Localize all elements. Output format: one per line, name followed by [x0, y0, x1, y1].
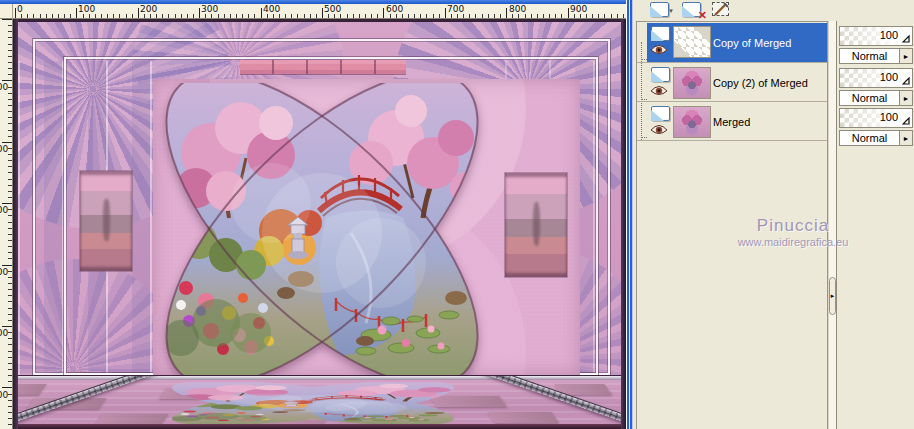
blend-mode-select[interactable]: Normal ► — [839, 130, 913, 146]
visibility-eye-icon[interactable] — [650, 44, 668, 56]
layer-thumbnail[interactable] — [673, 67, 711, 99]
blend-mode-value: Normal — [840, 50, 899, 62]
canvas-border-top — [13, 19, 626, 22]
floor-tile — [487, 412, 559, 423]
palette-splitter[interactable]: ► — [828, 21, 837, 429]
splitter-handle[interactable]: ► — [829, 277, 836, 315]
psp-workspace: 0 100 200 300 400 500 600 700 800 900 10… — [0, 0, 914, 429]
layer-name: Copy of Merged — [713, 23, 791, 62]
layer-page-icon — [651, 106, 670, 121]
opacity-slider-handle[interactable] — [902, 35, 910, 43]
ruler-major-ticks — [2, 19, 12, 429]
floor-edge — [13, 424, 626, 429]
expand-arrow-icon: ► — [830, 293, 836, 299]
opacity-value: 100 — [880, 111, 898, 123]
v-ruler-label: 100 — [0, 82, 11, 92]
blend-mode-arrow-icon[interactable]: ► — [899, 91, 912, 105]
h-ruler-label: 200 — [140, 4, 157, 14]
layer-name: Copy (2) of Merged — [713, 64, 808, 102]
opacity-slider[interactable]: 100 — [839, 68, 913, 88]
visibility-eye-icon[interactable] — [650, 124, 668, 136]
v-ruler-label: 500 — [0, 328, 11, 338]
layer-row-copy-of-merged[interactable]: Copy of Merged — [647, 23, 827, 62]
chevron-down-icon: ▼ — [668, 8, 674, 14]
layer-link-bracket — [641, 42, 642, 140]
delete-layer-button[interactable]: ✕ — [678, 2, 704, 19]
v-ruler-label: 0 — [0, 21, 11, 31]
h-ruler-label: 700 — [447, 4, 464, 14]
h-ruler-label: 0 — [17, 4, 23, 14]
canvas[interactable] — [13, 19, 626, 429]
blend-mode-value: Normal — [840, 132, 899, 144]
row-separator — [637, 101, 827, 102]
blend-mode-value: Normal — [840, 92, 899, 104]
canvas-border-left — [13, 19, 18, 429]
blend-mode-select[interactable]: Normal ► — [839, 48, 913, 64]
vertical-ruler: 0 100 200 300 400 500 600 — [0, 19, 13, 429]
v-ruler-label: 200 — [0, 144, 11, 154]
edit-selection-icon — [712, 2, 729, 16]
layers-palette: ▼ ✕ — [633, 0, 914, 429]
image-window-border — [626, 0, 633, 429]
top-tile-strip — [240, 60, 406, 74]
butterfly-garden-image — [151, 83, 493, 375]
layer-page-icon — [651, 67, 670, 82]
blend-mode-arrow-icon[interactable]: ► — [899, 131, 912, 145]
layer-thumbnail[interactable] — [673, 106, 711, 138]
v-ruler-label: 600 — [0, 390, 11, 400]
layer-page-icon — [651, 26, 670, 41]
h-ruler-label: 100 — [78, 4, 95, 14]
horizontal-ruler: 0 100 200 300 400 500 600 700 800 900 10… — [13, 4, 630, 19]
floor-trim — [13, 376, 626, 380]
h-ruler-label: 800 — [509, 4, 526, 14]
wall-picture-left — [80, 171, 132, 271]
opacity-slider[interactable]: 100 — [839, 26, 913, 46]
new-layer-button[interactable]: ▼ — [645, 2, 673, 19]
blend-mode-select[interactable]: Normal ► — [839, 90, 913, 106]
opacity-value: 100 — [880, 29, 898, 41]
opacity-slider[interactable]: 100 — [839, 108, 913, 128]
opacity-slider-handle[interactable] — [902, 77, 910, 85]
h-ruler-label: 400 — [263, 4, 280, 14]
layer-thumbnail[interactable] — [673, 26, 711, 58]
visibility-eye-icon[interactable] — [650, 85, 668, 97]
row-separator — [637, 62, 827, 63]
blend-mode-arrow-icon[interactable]: ► — [899, 49, 912, 63]
floor — [13, 375, 626, 429]
h-ruler-label: 300 — [201, 4, 218, 14]
row-separator — [637, 140, 827, 141]
h-ruler-label: 900 — [570, 4, 587, 14]
v-ruler-label: 400 — [0, 267, 11, 277]
ruler-major-ticks — [15, 8, 630, 18]
v-ruler-label: 300 — [0, 205, 11, 215]
opacity-slider-handle[interactable] — [902, 117, 910, 125]
layer-list: Copy of Merged Copy (2) of Merged — [636, 21, 828, 429]
h-ruler-label: 600 — [386, 4, 403, 14]
new-layer-icon — [650, 2, 669, 17]
layer-row-merged[interactable]: Merged — [647, 103, 827, 141]
opacity-value: 100 — [880, 71, 898, 83]
butterfly-reflection — [158, 382, 468, 424]
layer-name: Merged — [713, 103, 750, 141]
ruler-corner-box — [0, 4, 13, 19]
h-ruler-label: 500 — [324, 4, 341, 14]
edit-selection-button[interactable] — [707, 2, 733, 19]
wall-picture-right — [505, 173, 567, 277]
floor-tile — [13, 384, 47, 395]
layer-row-copy2-of-merged[interactable]: Copy (2) of Merged — [647, 64, 827, 102]
